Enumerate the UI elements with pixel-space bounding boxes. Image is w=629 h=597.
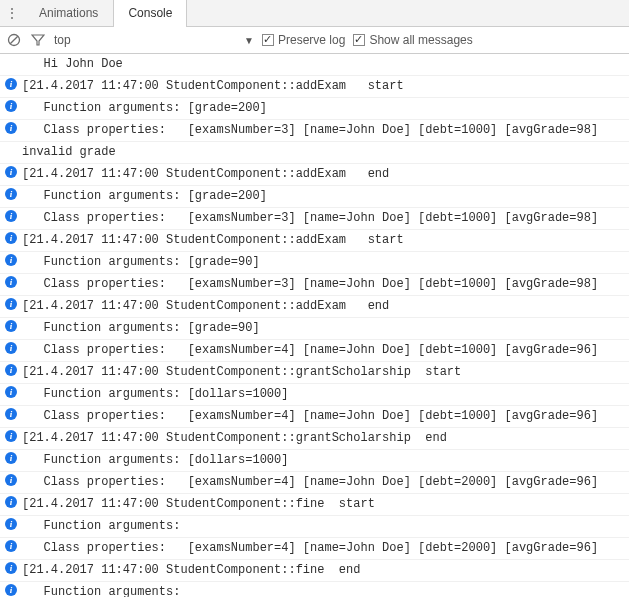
log-line[interactable]: i Function arguments: [grade=90] — [0, 252, 629, 274]
log-text: [21.4.2017 11:47:00 StudentComponent::gr… — [22, 429, 629, 448]
console-log-area[interactable]: Hi John Doei[21.4.2017 11:47:00 StudentC… — [0, 54, 629, 597]
log-text: [21.4.2017 11:47:00 StudentComponent::fi… — [22, 495, 629, 514]
log-text: Hi John Doe — [22, 55, 629, 74]
log-text: Function arguments: [grade=200] — [22, 99, 629, 118]
log-icon-cell: i — [0, 407, 22, 420]
kebab-menu-icon[interactable]: ⋮ — [0, 5, 24, 21]
log-icon-cell: i — [0, 165, 22, 178]
info-icon: i — [5, 584, 17, 596]
log-text: [21.4.2017 11:47:00 StudentComponent::ad… — [22, 165, 629, 184]
log-line[interactable]: i Function arguments: [dollars=1000] — [0, 384, 629, 406]
log-text: [21.4.2017 11:47:00 StudentComponent::fi… — [22, 561, 629, 580]
info-icon: i — [5, 188, 17, 200]
log-text: Function arguments: [dollars=1000] — [22, 385, 629, 404]
log-line[interactable]: i Function arguments: [grade=90] — [0, 318, 629, 340]
log-line[interactable]: i Class properties: [examsNumber=3] [nam… — [0, 120, 629, 142]
log-line[interactable]: Hi John Doe — [0, 54, 629, 76]
log-line[interactable]: i Function arguments: [grade=200] — [0, 186, 629, 208]
context-selector[interactable]: top ▼ — [54, 33, 254, 47]
info-icon: i — [5, 562, 17, 574]
log-text: Function arguments: [grade=90] — [22, 253, 629, 272]
console-toolbar: top ▼ Preserve log Show all messages — [0, 27, 629, 54]
log-line[interactable]: i[21.4.2017 11:47:00 StudentComponent::f… — [0, 560, 629, 582]
log-line[interactable]: i Function arguments: — [0, 516, 629, 538]
log-text: Class properties: [examsNumber=4] [name=… — [22, 473, 629, 492]
log-line[interactable]: i Function arguments: — [0, 582, 629, 597]
log-icon-cell: i — [0, 429, 22, 442]
log-text: [21.4.2017 11:47:00 StudentComponent::gr… — [22, 363, 629, 382]
log-text: Class properties: [examsNumber=3] [name=… — [22, 275, 629, 294]
log-icon-cell: i — [0, 363, 22, 376]
log-text: invalid grade — [22, 143, 629, 162]
context-label: top — [54, 33, 71, 47]
tabbar: ⋮ Animations Console — [0, 0, 629, 27]
preserve-log-label: Preserve log — [278, 33, 345, 47]
log-icon-cell: i — [0, 297, 22, 310]
checkbox-icon — [353, 34, 365, 46]
log-icon-cell: i — [0, 341, 22, 354]
log-line[interactable]: i Class properties: [examsNumber=4] [nam… — [0, 538, 629, 560]
svg-line-1 — [10, 36, 18, 44]
info-icon: i — [5, 276, 17, 288]
checkbox-icon — [262, 34, 274, 46]
log-line[interactable]: i Class properties: [examsNumber=3] [nam… — [0, 208, 629, 230]
log-icon-cell: i — [0, 539, 22, 552]
log-line[interactable]: i Class properties: [examsNumber=4] [nam… — [0, 340, 629, 362]
info-icon: i — [5, 430, 17, 442]
show-all-messages-checkbox[interactable]: Show all messages — [353, 33, 472, 47]
log-icon-cell — [0, 143, 22, 144]
log-line[interactable]: i[21.4.2017 11:47:00 StudentComponent::g… — [0, 428, 629, 450]
log-line[interactable]: i Class properties: [examsNumber=3] [nam… — [0, 274, 629, 296]
info-icon: i — [5, 210, 17, 222]
log-text: [21.4.2017 11:47:00 StudentComponent::ad… — [22, 231, 629, 250]
tab-label: Animations — [39, 6, 98, 20]
info-icon: i — [5, 298, 17, 310]
log-icon-cell: i — [0, 275, 22, 288]
info-icon: i — [5, 100, 17, 112]
clear-console-icon[interactable] — [6, 32, 22, 48]
preserve-log-checkbox[interactable]: Preserve log — [262, 33, 345, 47]
info-icon: i — [5, 166, 17, 178]
log-icon-cell: i — [0, 319, 22, 332]
tab-animations[interactable]: Animations — [24, 0, 113, 27]
log-text: Function arguments: — [22, 583, 629, 597]
log-line[interactable]: invalid grade — [0, 142, 629, 164]
log-icon-cell: i — [0, 385, 22, 398]
log-icon-cell: i — [0, 583, 22, 596]
log-line[interactable]: i Class properties: [examsNumber=4] [nam… — [0, 406, 629, 428]
log-text: Class properties: [examsNumber=4] [name=… — [22, 539, 629, 558]
info-icon: i — [5, 232, 17, 244]
log-icon-cell: i — [0, 561, 22, 574]
filter-icon[interactable] — [30, 32, 46, 48]
info-icon: i — [5, 78, 17, 90]
log-icon-cell: i — [0, 187, 22, 200]
info-icon: i — [5, 386, 17, 398]
log-icon-cell: i — [0, 77, 22, 90]
log-line[interactable]: i[21.4.2017 11:47:00 StudentComponent::a… — [0, 230, 629, 252]
tab-console[interactable]: Console — [113, 0, 187, 27]
log-icon-cell: i — [0, 231, 22, 244]
log-icon-cell: i — [0, 99, 22, 112]
tab-label: Console — [128, 6, 172, 20]
info-icon: i — [5, 452, 17, 464]
log-text: [21.4.2017 11:47:00 StudentComponent::ad… — [22, 77, 629, 96]
log-line[interactable]: i Class properties: [examsNumber=4] [nam… — [0, 472, 629, 494]
log-text: Class properties: [examsNumber=4] [name=… — [22, 407, 629, 426]
log-line[interactable]: i[21.4.2017 11:47:00 StudentComponent::g… — [0, 362, 629, 384]
info-icon: i — [5, 474, 17, 486]
info-icon: i — [5, 364, 17, 376]
log-text: Function arguments: [grade=90] — [22, 319, 629, 338]
info-icon: i — [5, 320, 17, 332]
log-line[interactable]: i[21.4.2017 11:47:00 StudentComponent::f… — [0, 494, 629, 516]
log-line[interactable]: i[21.4.2017 11:47:00 StudentComponent::a… — [0, 76, 629, 98]
log-line[interactable]: i Function arguments: [dollars=1000] — [0, 450, 629, 472]
show-all-label: Show all messages — [369, 33, 472, 47]
log-icon-cell — [0, 55, 22, 56]
log-text: Function arguments: — [22, 517, 629, 536]
log-icon-cell: i — [0, 473, 22, 486]
log-icon-cell: i — [0, 495, 22, 508]
info-icon: i — [5, 540, 17, 552]
log-line[interactable]: i Function arguments: [grade=200] — [0, 98, 629, 120]
log-line[interactable]: i[21.4.2017 11:47:00 StudentComponent::a… — [0, 164, 629, 186]
log-line[interactable]: i[21.4.2017 11:47:00 StudentComponent::a… — [0, 296, 629, 318]
